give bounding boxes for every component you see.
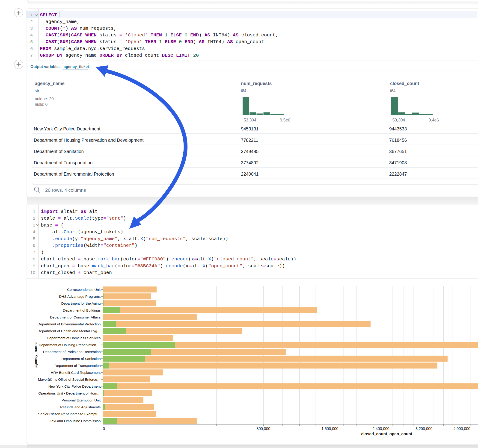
svg-text:6: 6 xyxy=(33,243,35,248)
svg-text:2: 2 xyxy=(33,216,35,221)
svg-text:5: 5 xyxy=(30,39,33,44)
svg-text:2240041: 2240041 xyxy=(241,171,258,176)
svg-text:SELECT: SELECT xyxy=(40,12,57,18)
svg-text:agency_name: agency_name xyxy=(33,342,38,367)
svg-text:Senior Citizen Rent Increase E: Senior Citizen Rent Increase Exempti… xyxy=(38,412,101,416)
svg-text:str: str xyxy=(35,88,39,93)
svg-text:9443533: 9443533 xyxy=(389,126,407,131)
svg-text:agency_tickets: agency_tickets xyxy=(64,64,91,69)
svg-text:4,000,000: 4,000,000 xyxy=(453,427,470,431)
svg-text:Department for the Aging: Department for the Aging xyxy=(61,301,101,305)
svg-text:Department of Transportation: Department of Transportation xyxy=(54,364,101,367)
svg-text:1: 1 xyxy=(30,13,33,18)
svg-text:53,304: 53,304 xyxy=(392,118,405,122)
svg-text:Output variable:: Output variable: xyxy=(31,64,61,69)
svg-text:3749485: 3749485 xyxy=(241,149,258,154)
svg-text:Department of Homeless Service: Department of Homeless Services xyxy=(47,336,101,340)
svg-text:New York City Police Departmen: New York City Police Department xyxy=(48,384,101,388)
svg-text:nulls: 0: nulls: 0 xyxy=(35,102,48,107)
svg-text:4: 4 xyxy=(33,230,35,235)
svg-text:closed_count, open_count: closed_count, open_count xyxy=(361,432,412,436)
svg-text:20 rows, 4 columns: 20 rows, 4 columns xyxy=(45,187,86,193)
svg-text:agency_name,: agency_name, xyxy=(40,19,80,25)
svg-text:import altair as alt: import altair as alt xyxy=(41,209,98,214)
svg-text:3: 3 xyxy=(30,26,33,31)
svg-text:3677651: 3677651 xyxy=(389,149,407,154)
svg-text:8: 8 xyxy=(33,257,35,262)
svg-text:Department of Buildings: Department of Buildings xyxy=(63,308,101,312)
svg-text:5: 5 xyxy=(33,236,35,242)
svg-text:Mayorâ€ s Office of Special En: Mayorâ€ s Office of Special Enforce… xyxy=(38,378,101,381)
svg-text:9.4e6: 9.4e6 xyxy=(428,118,439,122)
svg-text:chart_closed + chart_open: chart_closed + chart_open xyxy=(41,270,112,275)
svg-text:GROUP BY agency_name ORDER BY: GROUP BY agency_name ORDER BY closed_cou… xyxy=(40,53,199,58)
svg-text:New York City Police Departmen: New York City Police Department xyxy=(34,126,101,131)
svg-text:FROM sample_data.nyc.service_r: FROM sample_data.nyc.service_requests xyxy=(40,46,145,51)
svg-text:.encode(y="agency_name", x=alt: .encode(y="agency_name", x=alt.X("num_re… xyxy=(41,236,228,242)
svg-text:Department of Health and Menta: Department of Health and Mental Hyg… xyxy=(38,329,101,333)
svg-text:Operations Unit - Department o: Operations Unit - Department of Hom… xyxy=(38,391,101,395)
svg-text:3774892: 3774892 xyxy=(241,160,258,165)
svg-text:7618456: 7618456 xyxy=(389,137,407,143)
svg-text:Department of Housing Preserva: Department of Housing Preservation and D… xyxy=(34,137,144,143)
svg-text:Department of Environmental Pr: Department of Environmental Protection xyxy=(34,171,114,176)
svg-text:9.5e6: 9.5e6 xyxy=(280,118,290,122)
svg-text:num_requests: num_requests xyxy=(241,81,272,86)
svg-text:7: 7 xyxy=(30,53,33,58)
svg-text:Department of Consumer Affairs: Department of Consumer Affairs xyxy=(50,315,101,319)
svg-text:CAST(SUM(CASE WHEN status = 'C: CAST(SUM(CASE WHEN status = 'Closed' THE… xyxy=(40,32,278,38)
svg-text:0: 0 xyxy=(103,427,105,431)
svg-text:9: 9 xyxy=(33,264,35,269)
svg-text:2222847: 2222847 xyxy=(389,171,407,176)
svg-text:chart_open = base.mark_bar(col: chart_open = base.mark_bar(color="#8BC34… xyxy=(41,263,285,269)
svg-text:Taxi and Limousine Commission: Taxi and Limousine Commission xyxy=(50,419,101,423)
svg-text:agency_name: agency_name xyxy=(35,81,65,86)
svg-text:2: 2 xyxy=(30,19,33,25)
svg-text:Department of Environmental Pr: Department of Environmental Protection xyxy=(38,322,101,326)
svg-text:unique: 20: unique: 20 xyxy=(35,97,54,101)
svg-text:COUNT(*) AS num_requests,: COUNT(*) AS num_requests, xyxy=(40,26,116,31)
svg-text:800,000: 800,000 xyxy=(256,427,270,431)
svg-text:1,600,000: 1,600,000 xyxy=(321,427,338,431)
svg-text:scale = alt.Scale(type="sqrt"): scale = alt.Scale(type="sqrt") xyxy=(41,216,126,221)
svg-text:Correspondence Unit: Correspondence Unit xyxy=(67,288,101,292)
svg-text:i64: i64 xyxy=(390,88,396,93)
svg-text:.properties(width="container"): .properties(width="container") xyxy=(41,243,138,248)
svg-text:6: 6 xyxy=(30,46,33,51)
svg-text:4: 4 xyxy=(30,33,33,38)
svg-text:3: 3 xyxy=(33,223,35,228)
svg-text:3,200,000: 3,200,000 xyxy=(415,427,432,431)
svg-text:10: 10 xyxy=(30,270,36,275)
svg-text:DHS Advantage Programs: DHS Advantage Programs xyxy=(59,294,101,299)
svg-text:Department of Sanitation: Department of Sanitation xyxy=(34,149,84,154)
svg-text:i64: i64 xyxy=(241,88,246,93)
svg-text:CAST(SUM(CASE WHEN status = 'O: CAST(SUM(CASE WHEN status = 'Open' THEN … xyxy=(40,39,264,44)
svg-text:Department of Transportation: Department of Transportation xyxy=(34,160,93,165)
svg-text:2,400,000: 2,400,000 xyxy=(372,427,389,431)
svg-text:closed_count: closed_count xyxy=(390,81,419,86)
svg-text:HRA Benefit Card Replacement: HRA Benefit Card Replacement xyxy=(51,371,101,374)
svg-text:7782211: 7782211 xyxy=(241,137,258,143)
svg-text:Department of Sanitation: Department of Sanitation xyxy=(61,357,101,361)
svg-text:): ) xyxy=(41,250,44,255)
svg-text:Department of Housing Preserva: Department of Housing Preservation … xyxy=(39,343,101,347)
svg-text:base = (: base = ( xyxy=(41,223,64,228)
svg-text:3471908: 3471908 xyxy=(389,160,407,165)
svg-text:Refunds and Adjustments: Refunds and Adjustments xyxy=(60,405,101,409)
svg-text:chart_closed = base.mark_bar(c: chart_closed = base.mark_bar(color="#FFC… xyxy=(41,256,296,262)
svg-text:7: 7 xyxy=(33,250,35,255)
svg-text:9453131: 9453131 xyxy=(241,126,258,131)
svg-text:53,304: 53,304 xyxy=(244,118,256,122)
svg-text:alt.Chart(agency_tickets): alt.Chart(agency_tickets) xyxy=(41,229,123,235)
svg-text:Personal Exemption Unit: Personal Exemption Unit xyxy=(62,398,101,402)
svg-text:Department of Parks and Recrea: Department of Parks and Recreation xyxy=(43,350,101,354)
svg-text:1: 1 xyxy=(33,209,35,214)
